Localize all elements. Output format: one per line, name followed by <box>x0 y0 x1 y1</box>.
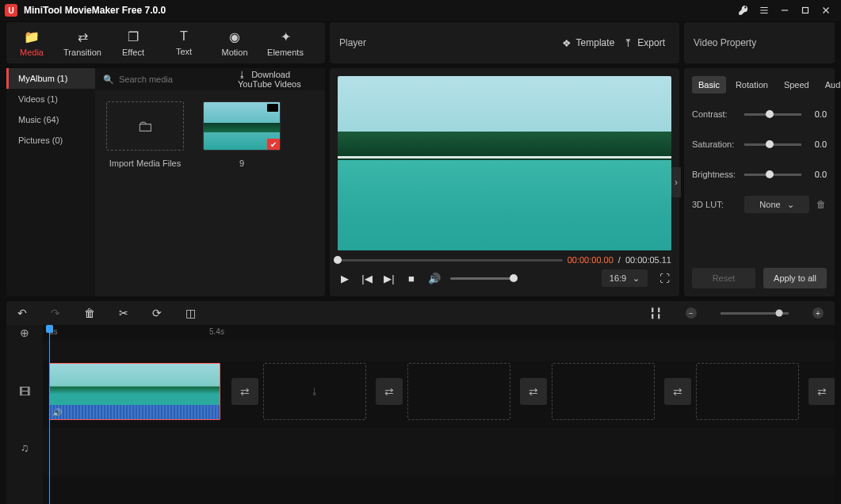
saturation-row: Saturation: 0.0 <box>692 133 827 155</box>
contrast-row: Contrast: 0.0 <box>692 103 827 125</box>
current-time: 00:00:00.00 <box>568 255 614 265</box>
prop-tab-rotation[interactable]: Rotation <box>729 76 774 94</box>
undo-button[interactable]: ↶ <box>17 307 27 319</box>
effects-track[interactable] <box>43 341 835 361</box>
player-header: Player ❖ Template ⤒ Export <box>330 22 679 63</box>
saturation-value: 0.0 <box>808 139 827 149</box>
download-icon: ⭳ <box>238 70 247 79</box>
transition-slot[interactable]: ⇄ <box>376 378 403 405</box>
lut-label: 3D LUT: <box>692 200 738 209</box>
tab-elements[interactable]: ✦ Elements <box>260 22 311 63</box>
tab-motion[interactable]: ◉ Motion <box>209 22 260 63</box>
transition-slot[interactable]: ⇄ <box>809 378 835 405</box>
brightness-label: Brightness: <box>692 170 738 179</box>
search-input[interactable] <box>119 74 228 84</box>
volume-slider[interactable] <box>450 277 514 280</box>
close-button[interactable] <box>816 1 836 20</box>
sidebar-item-videos[interactable]: Videos (1) <box>6 89 95 109</box>
expand-properties-toggle[interactable]: › <box>671 167 681 197</box>
prop-tab-speed[interactable]: Speed <box>778 76 816 94</box>
prev-frame-button[interactable]: |◀ <box>361 273 373 284</box>
empty-slot[interactable] <box>552 363 655 420</box>
crop-button[interactable]: ◫ <box>185 307 196 319</box>
minimize-button[interactable] <box>774 1 795 20</box>
split-button[interactable]: ✂ <box>119 307 128 319</box>
transition-slot[interactable]: ⇄ <box>520 378 547 405</box>
transition-slot[interactable]: ⇄ <box>231 378 258 405</box>
stop-button[interactable]: ■ <box>406 273 417 284</box>
video-type-icon <box>267 104 278 112</box>
download-slot-icon: ⭳ <box>264 364 365 419</box>
video-track[interactable]: 🔊 ⇄ ⭳ ⇄ ⇄ ⇄ ⇄ <box>43 363 835 420</box>
aspect-ratio-select[interactable]: 16:9 ⌄ <box>602 269 648 287</box>
apply-all-button[interactable]: Apply to all <box>763 268 827 288</box>
prop-tab-basic[interactable]: Basic <box>692 76 726 94</box>
timeline-ruler[interactable]: 0s 5.4s <box>43 325 835 341</box>
ruler-tick: 5.4s <box>209 327 224 336</box>
reset-button[interactable]: Reset <box>692 268 755 288</box>
delete-button[interactable]: 🗑 <box>84 307 95 319</box>
sidebar-item-music[interactable]: Music (64) <box>6 109 95 130</box>
timeline-tracks[interactable]: 🔊 ⇄ ⭳ ⇄ ⇄ ⇄ ⇄ <box>43 341 835 504</box>
clip-caption: 9 <box>203 158 281 168</box>
progress-slider[interactable] <box>338 259 563 262</box>
tab-media[interactable]: 📁 Media <box>6 22 57 63</box>
link-label: Download YouTube Videos <box>238 70 301 89</box>
button-label: Export <box>637 37 665 48</box>
saturation-slider[interactable] <box>744 143 801 146</box>
template-button[interactable]: ❖ Template <box>557 34 620 52</box>
button-label: Template <box>576 37 615 48</box>
tab-effect[interactable]: ❐ Effect <box>108 22 159 63</box>
empty-slot[interactable] <box>696 363 799 420</box>
video-clip[interactable]: 🔊 <box>49 363 220 420</box>
tab-label: Media <box>20 48 44 57</box>
sidebar-item-myalbum[interactable]: MyAlbum (1) <box>6 68 95 89</box>
fit-width-button[interactable]: ╏╏ <box>649 307 662 319</box>
media-clip-card[interactable]: ✔ 9 <box>203 101 281 168</box>
contrast-slider[interactable] <box>744 113 801 116</box>
zoom-out-button[interactable]: − <box>686 307 697 319</box>
fullscreen-button[interactable]: ⛶ <box>659 273 670 284</box>
sidebar-item-pictures[interactable]: Pictures (0) <box>6 130 95 151</box>
transition-slot[interactable]: ⇄ <box>664 378 691 405</box>
add-track-button[interactable]: ⊕ <box>6 325 43 341</box>
selected-check-icon: ✔ <box>267 139 280 150</box>
import-media-card[interactable]: 🗀 Import Media Files <box>106 101 184 168</box>
export-button[interactable]: ⤒ Export <box>619 34 670 52</box>
effects-track-header <box>6 341 43 363</box>
playhead[interactable] <box>49 325 50 504</box>
property-tabs: Basic Rotation Speed Audio <box>692 76 827 94</box>
folder-icon: 📁 <box>24 29 40 44</box>
maximize-button[interactable] <box>795 1 816 20</box>
upgrade-key-icon[interactable] <box>733 1 754 20</box>
transition-icon: ⇄ <box>78 29 88 44</box>
property-header: Video Property <box>684 22 835 63</box>
brightness-slider[interactable] <box>744 174 801 176</box>
playback-controls: ▶ |◀ ▶| ■ 🔊 16:9 ⌄ ⛶ <box>338 265 671 292</box>
volume-icon[interactable]: 🔊 <box>428 273 439 284</box>
svg-rect-0 <box>803 8 809 13</box>
next-frame-button[interactable]: ▶| <box>384 273 395 284</box>
tab-label: Elements <box>267 48 304 57</box>
lut-select[interactable]: None ⌄ <box>744 196 809 213</box>
player-screen[interactable] <box>338 76 671 250</box>
redo-button[interactable]: ↷ <box>51 307 60 319</box>
timeline: ⊕ 🎞 ♫ 0s 5.4s 🔊 ⇄ ⭳ ⇄ ⇄ ⇄ ⇄ <box>6 325 835 504</box>
speed-button[interactable]: ⟳ <box>152 307 162 319</box>
zoom-in-button[interactable]: + <box>812 307 824 319</box>
download-youtube-link[interactable]: ⭳ Download YouTube Videos <box>238 70 317 89</box>
media-library: MyAlbum (1) Videos (1) Music (64) Pictur… <box>6 68 325 296</box>
lut-delete-button[interactable]: 🗑 <box>816 199 827 210</box>
audio-track[interactable] <box>43 428 835 475</box>
timeline-toolbar: ↶ ↷ 🗑 ✂ ⟳ ◫ ╏╏ − + <box>6 301 835 325</box>
tab-transition[interactable]: ⇄ Transition <box>57 22 108 63</box>
video-track-icon: 🎞 <box>6 363 43 420</box>
empty-slot[interactable]: ⭳ <box>263 363 366 420</box>
hamburger-menu-icon[interactable] <box>754 1 774 20</box>
zoom-slider[interactable] <box>721 312 789 315</box>
empty-slot[interactable] <box>407 363 510 420</box>
tab-text[interactable]: T Text <box>159 22 209 63</box>
title-bar: U MiniTool MovieMaker Free 7.0.0 <box>0 0 841 21</box>
play-button[interactable]: ▶ <box>339 273 350 284</box>
prop-tab-audio[interactable]: Audio <box>819 76 841 94</box>
